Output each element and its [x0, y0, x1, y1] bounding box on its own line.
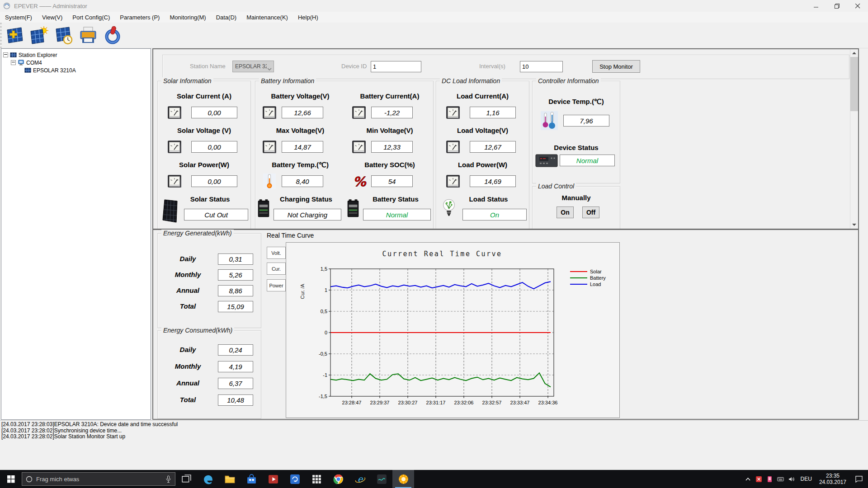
taskbar-search-input[interactable]: Frag mich etwas: [22, 472, 175, 486]
station-name-dropdown[interactable]: EPSOLAR 321: [232, 61, 274, 72]
manually-label: Manually: [533, 194, 620, 202]
meter-icon: [445, 105, 461, 120]
add-station-button[interactable]: [4, 24, 26, 47]
max-voltage-v-label: Max Voltage(V): [255, 127, 345, 134]
exit-button[interactable]: [101, 24, 124, 47]
realtime-chart: Current Real Time CurveCur. /A1,510,50-0…: [286, 243, 619, 418]
curve-tab-cur[interactable]: Cur.: [267, 263, 286, 275]
tree-expander[interactable]: [3, 52, 8, 57]
battery-information-panel: Battery InformationBattery Voltage(V)12,…: [255, 81, 434, 229]
curve-tab-volt[interactable]: Volt.: [267, 247, 286, 259]
load-on-button[interactable]: On: [557, 206, 574, 218]
search-placeholder: Frag mich etwas: [36, 476, 165, 483]
energy-generated-daily-label: Daily: [164, 255, 212, 263]
taskbar-app-movies-app[interactable]: [262, 470, 284, 488]
curve-tab-power[interactable]: Power: [267, 279, 286, 291]
charging-status-value: Not Charging: [274, 209, 341, 221]
minimize-button[interactable]: [806, 0, 826, 12]
menu-item-port-config[interactable]: Port Config(C): [67, 12, 115, 23]
load-status-label: Load Status: [450, 195, 527, 203]
load-control-title: Load Control: [536, 183, 576, 190]
tray-tray-red-app[interactable]: [754, 470, 764, 488]
menu-item-help[interactable]: Help(H): [293, 12, 323, 23]
bulb-icon: [442, 198, 456, 218]
com-port-icon: [18, 59, 24, 66]
meter-icon: [167, 105, 182, 120]
scroll-up-button[interactable]: [850, 49, 858, 57]
y-tick-label: 1: [325, 287, 327, 293]
load-off-button[interactable]: Off: [582, 206, 599, 218]
energy-consumed-monthly-value: 4,19: [218, 361, 253, 372]
clock[interactable]: 23:35 24.03.2017: [816, 473, 850, 485]
x-tick-label: 23:30:27: [398, 400, 418, 405]
taskbar-app-edge[interactable]: [197, 470, 219, 488]
tray-volume[interactable]: [786, 470, 797, 488]
log-line: [24.03.2017 23:28:02]Solar Station Monit…: [1, 434, 868, 440]
real-time-curve-panel: Current Real Time CurveCur. /A1,510,50-0…: [286, 242, 620, 418]
menu-item-system[interactable]: System(F): [0, 12, 37, 23]
menu-item-data[interactable]: Data(D): [211, 12, 242, 23]
menu-item-view[interactable]: View(V): [37, 12, 67, 23]
battery-icon: [257, 198, 270, 219]
menu-item-parameters[interactable]: Parameters (P): [115, 12, 165, 23]
tray-touch-keyboard[interactable]: [775, 470, 786, 488]
vertical-scrollbar[interactable]: [850, 49, 858, 229]
start-button[interactable]: [0, 470, 22, 488]
action-center-button[interactable]: [850, 470, 868, 488]
device-time-button[interactable]: [52, 24, 75, 47]
close-button[interactable]: [847, 0, 868, 12]
chart-title: Current Real Time Curve: [382, 250, 502, 258]
solar-power-w-value: 0,00: [191, 175, 237, 187]
solar-voltage-v-label: Solar Voltage (V): [158, 127, 250, 134]
y-tick-label: -1: [323, 372, 327, 378]
restore-button[interactable]: [826, 0, 847, 12]
taskbar-app-epever-monitor[interactable]: [392, 470, 414, 488]
energy-consumed-daily-value: 0,24: [218, 344, 253, 356]
interval-label: Interval(s): [479, 63, 505, 70]
load-current-a-value: 1,16: [470, 107, 516, 118]
tree-expander[interactable]: [11, 60, 16, 65]
min-voltage-v-label: Min Voltage(V): [345, 127, 434, 134]
taskbar-app-blue-app[interactable]: [284, 470, 306, 488]
taskbar-app-grid-app[interactable]: [306, 470, 327, 488]
dc-load-panel-title: DC Load Information: [440, 77, 502, 84]
scrollbar-thumb[interactable]: [850, 57, 858, 111]
dc-load-information-panel: DC Load InformationLoad Current(A)1,16Lo…: [436, 81, 529, 229]
tree-item-epsolar-3210a[interactable]: EPSOLAR 3210A: [1, 66, 151, 74]
scroll-down-button[interactable]: [850, 221, 858, 229]
solar-status-label: Solar Status: [171, 195, 249, 203]
energy-generated-monthly-value: 5,26: [218, 269, 253, 281]
language-indicator[interactable]: DEU: [797, 476, 816, 482]
battery-current-a-label: Battery Current(A): [345, 92, 434, 100]
y-tick-label: -1,5: [319, 394, 327, 399]
battery-soc-value: 54: [371, 175, 413, 187]
energy-consumed-annual-label: Annual: [164, 379, 212, 387]
tree-item-station-explorer[interactable]: Station Explorer: [1, 51, 151, 59]
taskbar-app-task-view[interactable]: [175, 470, 197, 488]
microphone-icon[interactable]: [165, 475, 171, 483]
tray-hidden-icons-chevron[interactable]: [743, 470, 754, 488]
battery-temp-label: Battery Temp.(℃): [255, 161, 345, 169]
chevron-up-icon: [745, 476, 751, 483]
taskbar-app-dark-app[interactable]: [371, 470, 392, 488]
device-temp-value: 7,96: [563, 115, 609, 127]
energy-generated-monthly-label: Monthly: [164, 271, 212, 278]
load-status-value: On: [462, 209, 527, 221]
taskbar-app-chrome[interactable]: [327, 470, 349, 488]
interval-input[interactable]: [520, 61, 563, 72]
print-button[interactable]: [77, 24, 99, 47]
menu-item-monitoring[interactable]: Monitoring(M): [165, 12, 211, 23]
taskbar-app-internet-explorer[interactable]: e: [349, 470, 371, 488]
station-monitor-button[interactable]: [28, 24, 51, 47]
taskbar-app-store[interactable]: [241, 470, 262, 488]
tray-tray-pink-app[interactable]: [764, 470, 775, 488]
stop-monitor-button[interactable]: Stop Monitor: [592, 60, 640, 73]
taskbar-app-file-explorer[interactable]: [219, 470, 241, 488]
energy-consumed-panel: Energy Consumed(kWh) Daily0,24Monthly4,1…: [157, 330, 261, 419]
tree-item-com4[interactable]: COM4: [1, 59, 151, 66]
device-id-input[interactable]: [371, 61, 421, 72]
menu-item-maintenance[interactable]: Maintenance(K): [241, 12, 293, 23]
x-tick-label: 23:34:36: [538, 400, 558, 405]
series-load-line: [330, 282, 551, 289]
power-icon: [103, 26, 122, 45]
